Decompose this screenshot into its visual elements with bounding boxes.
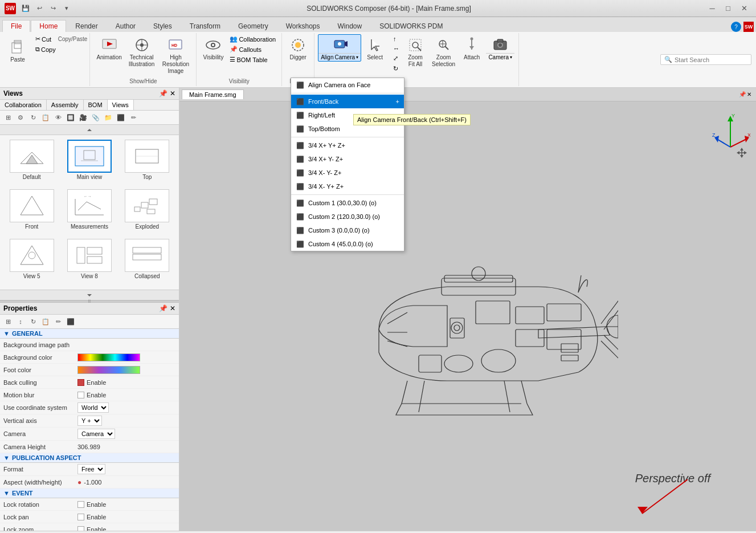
visibility-button[interactable]: Visibility xyxy=(200,34,226,63)
views-scroll-down[interactable] xyxy=(0,290,179,300)
tab-render[interactable]: Render xyxy=(67,20,106,32)
move-up-btn[interactable]: ↑ xyxy=(391,34,402,43)
zoom-fit-all-button[interactable]: ZoomFit All xyxy=(403,34,428,70)
motion-blur-checkbox[interactable] xyxy=(77,392,84,398)
help-icon[interactable]: ? xyxy=(731,22,741,32)
views-tab-bom[interactable]: BOM xyxy=(84,100,108,110)
doc-tab-main[interactable]: Main Frame.smg xyxy=(182,89,244,99)
props-close-btn[interactable]: ✕ xyxy=(170,304,175,312)
vtb-btn-6[interactable]: 🔲 xyxy=(65,112,76,123)
search-box[interactable]: 🔍 xyxy=(660,54,751,65)
sw-help-icon[interactable]: SW xyxy=(743,22,754,32)
maximize-btn[interactable]: □ xyxy=(721,3,735,14)
tab-home[interactable]: Home xyxy=(31,20,66,32)
list-item[interactable]: Front xyxy=(5,189,59,235)
ptb-4[interactable]: 📋 xyxy=(40,316,51,327)
dropdown-item-top-bottom[interactable]: ⬛ Top/Bottom xyxy=(291,122,404,136)
vtb-btn-5[interactable]: 👁 xyxy=(52,112,64,123)
vtb-btn-1[interactable]: ⊞ xyxy=(2,112,14,123)
ptb-3[interactable]: ↻ xyxy=(27,316,39,327)
ptb-6[interactable]: ⬛ xyxy=(65,316,76,327)
tab-pin-btn[interactable]: 📌 xyxy=(739,91,746,97)
tab-author[interactable]: Author xyxy=(107,20,144,32)
redo-quick-btn[interactable]: ↪ xyxy=(47,2,59,15)
views-tab-assembly[interactable]: Assembly xyxy=(47,100,84,110)
vtb-btn-9[interactable]: 📁 xyxy=(103,112,114,123)
ptb-1[interactable]: ⊞ xyxy=(2,316,14,327)
dropdown-item-front-back[interactable]: ⬛ Front/Back + xyxy=(291,95,404,108)
dropdown-item-3q-3[interactable]: ⬛ 3/4 X- Y- Z+ xyxy=(291,166,404,180)
viewport-canvas[interactable]: Perspective off Y X xyxy=(179,101,756,531)
props-pin-btn[interactable]: 📌 xyxy=(159,304,167,312)
align-camera-label[interactable]: Align Camera ▾ xyxy=(318,54,361,61)
close-btn[interactable]: ✕ xyxy=(737,3,751,14)
tab-solidworks-pdm[interactable]: SOLIDWORKS PDM xyxy=(371,20,451,32)
list-item[interactable]: Exploded xyxy=(120,189,174,235)
ptb-5[interactable]: ✏ xyxy=(52,316,64,327)
tab-window[interactable]: Window xyxy=(329,20,371,32)
section-header-publication[interactable]: ▼ PUBLICATION ASPECT xyxy=(0,453,179,463)
copy-button[interactable]: ⧉ Copy xyxy=(33,44,58,54)
list-item[interactable]: Default xyxy=(5,140,59,186)
lock-zoom-checkbox[interactable] xyxy=(77,526,84,531)
vtb-btn-11[interactable]: ✏ xyxy=(128,112,139,123)
move-arrows-btn[interactable]: ⤢ xyxy=(391,54,402,63)
props-format-value[interactable]: Free xyxy=(77,464,175,474)
bg-color-bar[interactable] xyxy=(77,353,140,361)
vert-axis-dropdown[interactable]: Y + xyxy=(77,416,102,426)
paste-button[interactable]: Paste xyxy=(5,34,31,64)
undo-quick-btn[interactable]: ↩ xyxy=(33,2,46,15)
align-camera-button[interactable]: Align Camera ▾ xyxy=(318,34,361,62)
dropdown-item-custom4[interactable]: ⬛ Custom 4 (45.0,0.0) (o) xyxy=(291,237,404,251)
search-input[interactable] xyxy=(675,56,747,63)
props-vert-axis-value[interactable]: Y + xyxy=(77,416,175,426)
back-culling-checkbox[interactable] xyxy=(77,379,84,386)
vtb-btn-3[interactable]: ↻ xyxy=(27,112,39,123)
vtb-btn-4[interactable]: 📋 xyxy=(40,112,51,123)
dropdown-item-custom1[interactable]: ⬛ Custom 1 (30.0,30.0) (o) xyxy=(291,196,404,210)
dropdown-item-custom3[interactable]: ⬛ Custom 3 (0.0,0.0) (o) xyxy=(291,223,404,237)
cut-button[interactable]: ✂ Cut xyxy=(33,34,58,44)
camera-button[interactable]: Camera ▾ xyxy=(485,34,515,62)
save-quick-btn[interactable]: 💾 xyxy=(19,2,32,15)
minimize-btn[interactable]: ─ xyxy=(705,3,720,14)
tab-transform[interactable]: Transform xyxy=(181,20,229,32)
coord-sys-dropdown[interactable]: World xyxy=(77,402,109,413)
tab-workshops[interactable]: Workshops xyxy=(277,20,329,32)
section-header-general[interactable]: ▼ GENERAL xyxy=(0,329,179,339)
lock-pan-checkbox[interactable] xyxy=(77,514,84,520)
list-item[interactable]: Top xyxy=(120,140,174,186)
move-lr-btn[interactable]: ↔ xyxy=(391,44,402,53)
vtb-btn-10[interactable]: ⬛ xyxy=(115,112,126,123)
list-item[interactable]: View 5 xyxy=(5,239,59,285)
list-item[interactable]: Collapsed xyxy=(120,239,174,285)
animation-button[interactable]: Animation xyxy=(93,34,124,63)
collaboration-button[interactable]: 👥 Collaboration xyxy=(227,34,278,44)
dropdown-item-align-face[interactable]: ⬛ Align Camera on Face xyxy=(291,78,404,92)
tab-close-btn[interactable]: ✕ xyxy=(747,91,751,97)
format-dropdown[interactable]: Free xyxy=(77,464,105,474)
vtb-btn-7[interactable]: 🎥 xyxy=(77,112,89,123)
section-header-event[interactable]: ▼ EVENT xyxy=(0,489,179,498)
props-coord-sys-value[interactable]: World xyxy=(77,402,175,413)
views-pin-btn[interactable]: 📌 xyxy=(159,89,167,97)
dropdown-item-right-left[interactable]: ⬛ Right/Left xyxy=(291,108,404,122)
select-button[interactable]: Select xyxy=(362,34,387,63)
ptb-2[interactable]: ↕ xyxy=(15,316,26,327)
tab-styles[interactable]: Styles xyxy=(145,20,181,32)
views-close-btn[interactable]: ✕ xyxy=(170,89,175,97)
attach-button[interactable]: Attach xyxy=(459,34,484,63)
callouts-button[interactable]: 📌 Callouts xyxy=(227,44,278,54)
high-res-image-button[interactable]: HD High ResolutionImage xyxy=(158,34,193,76)
dropdown-item-3q-1[interactable]: ⬛ 3/4 X+ Y+ Z+ xyxy=(291,139,404,152)
props-camera-value[interactable]: Camera xyxy=(77,429,175,439)
zoom-selection-button[interactable]: ZoomSelection xyxy=(429,34,458,70)
views-tab-views[interactable]: Views xyxy=(108,100,134,110)
bom-table-button[interactable]: ☰ BOM Table xyxy=(227,55,278,64)
align-camera-top[interactable] xyxy=(318,35,361,54)
camera-dropdown[interactable]: Camera xyxy=(77,429,115,439)
list-item[interactable]: Main view xyxy=(62,140,116,186)
tab-geometry[interactable]: Geometry xyxy=(230,20,277,32)
dropdown-item-custom2[interactable]: ⬛ Custom 2 (120.0,30.0) (o) xyxy=(291,210,404,223)
vtb-btn-8[interactable]: 📎 xyxy=(90,112,101,123)
